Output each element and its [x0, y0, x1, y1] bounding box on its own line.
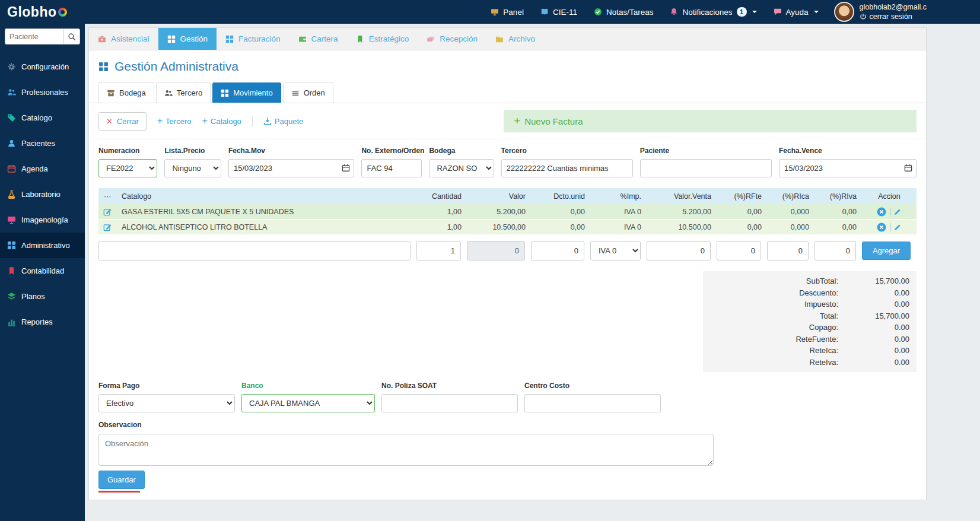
new-rfte-input[interactable] — [717, 241, 761, 260]
calendar-icon[interactable] — [342, 164, 350, 172]
lista-precio-label: Lista.Precio — [164, 147, 221, 155]
power-icon — [860, 13, 867, 20]
grid-icon — [7, 241, 16, 250]
subtabs: Bodega Tercero Movimiento Orden — [89, 80, 926, 103]
tab-facturacion[interactable]: Facturación — [217, 28, 289, 50]
pencil-square-icon — [103, 223, 112, 231]
tab-estrategico[interactable]: Estratégico — [347, 28, 418, 50]
logout-button[interactable]: cerrar sesión — [860, 12, 927, 21]
tab-gestion[interactable]: Gestión — [158, 28, 217, 50]
nav-notas-tareas[interactable]: Notas/Tareas — [594, 8, 654, 17]
cell-rica: 0,000 — [767, 208, 814, 216]
tercero-input[interactable] — [501, 159, 633, 177]
add-item-row: IVA 0 Agregar — [98, 241, 917, 260]
tab-cartera[interactable]: Cartera — [289, 28, 347, 50]
new-rica-input[interactable] — [767, 241, 809, 260]
calendar-icon[interactable] — [904, 164, 912, 172]
edit-row-icon[interactable] — [894, 208, 902, 215]
centro-costo-input[interactable] — [524, 394, 661, 412]
no-externo-input[interactable] — [361, 159, 422, 177]
nav-panel[interactable]: Panel — [491, 8, 524, 17]
sidebar-item-pacientes[interactable]: Pacientes — [0, 131, 85, 156]
delete-row-icon[interactable] — [877, 223, 886, 232]
new-riva-input[interactable] — [814, 241, 856, 260]
add-tercero-button[interactable]: + Tercero — [157, 116, 192, 126]
sidebar-item-contabilidad[interactable]: Contabilidad — [0, 258, 85, 284]
cell-accion — [862, 207, 917, 217]
add-catalogo-button[interactable]: + Catalogo — [202, 116, 241, 126]
caret-down-icon — [752, 11, 757, 13]
avatar[interactable] — [834, 2, 854, 22]
delete-row-icon[interactable] — [877, 207, 886, 217]
tab-asistencial[interactable]: Asistencial — [89, 28, 158, 50]
divider — [890, 208, 890, 215]
nuevo-factura-button[interactable]: + Nuevo Factura — [504, 110, 917, 132]
forma-pago-select[interactable]: Efectivo — [98, 394, 235, 412]
totals-row-reteica: ReteIca:0.00 — [710, 345, 909, 357]
cell-imp: IVA 0 — [590, 223, 647, 231]
plus-icon: + — [157, 116, 163, 126]
nav-ayuda[interactable]: Ayuda — [774, 8, 819, 17]
nav-notas-label: Notas/Tareas — [606, 8, 654, 17]
subtab-bodega[interactable]: Bodega — [98, 82, 154, 103]
totals-row-descuento: Descuento:0.00 — [710, 287, 909, 299]
sidebar-item-configuracion[interactable]: Configuración — [0, 54, 85, 80]
paciente-input[interactable] — [640, 159, 772, 177]
paquete-button[interactable]: Paquete — [263, 117, 303, 126]
subtab-tercero[interactable]: Tercero — [156, 82, 211, 103]
person-icon — [7, 139, 16, 148]
sidebar-item-imagenologia[interactable]: Imagenología — [0, 207, 85, 233]
row-edit-checkbox[interactable] — [98, 208, 116, 216]
lista-precio-select[interactable]: Ninguno — [164, 159, 221, 177]
subtab-movimiento[interactable]: Movimiento — [212, 82, 281, 103]
sidebar-item-catalogo[interactable]: Catalogo — [0, 105, 85, 131]
sidebar-item-administrativo[interactable]: Administrativo — [0, 233, 85, 258]
header-imp: %Imp. — [590, 192, 647, 201]
header-menu[interactable]: ··· — [98, 192, 116, 201]
user-area: globholab2@gmail.c cerrar sesión — [834, 2, 927, 22]
new-imp-select[interactable]: IVA 0 — [590, 241, 641, 260]
sidebar-item-planos[interactable]: Planos — [0, 284, 85, 309]
new-cantidad-input[interactable] — [416, 241, 461, 260]
search-button[interactable] — [63, 28, 80, 45]
new-catalogo-input[interactable] — [98, 241, 411, 260]
banco-select[interactable]: CAJA PAL BMANGA — [241, 394, 375, 412]
app-logo[interactable]: Globho — [7, 4, 67, 20]
module-tabs: Asistencial Gestión Facturación Cartera … — [89, 28, 926, 50]
totals-row-subtotal: SubTotal:15,700.00 — [710, 275, 909, 287]
poliza-soat-input[interactable] — [381, 394, 518, 412]
numeracion-select[interactable]: FE2022 — [98, 159, 157, 177]
guardar-button[interactable]: Guardar — [98, 471, 145, 489]
totals-row-reteiva: ReteIva:0.00 — [710, 357, 909, 368]
cell-dcto: 0,00 — [531, 208, 590, 216]
sidebar-item-profesionales[interactable]: Profesionales — [0, 80, 85, 105]
header-valor: Valor — [467, 192, 531, 201]
new-dcto-input[interactable] — [531, 241, 584, 260]
bodega-select[interactable]: RAZON SO — [429, 159, 494, 177]
row-edit-checkbox[interactable] — [98, 223, 116, 231]
cerrar-button[interactable]: ✕ Cerrar — [98, 112, 147, 131]
new-valor-venta-input[interactable] — [647, 241, 711, 260]
sidebar-item-agenda[interactable]: Agenda — [0, 156, 85, 182]
close-icon: ✕ — [106, 117, 113, 126]
medical-briefcase-icon — [98, 35, 106, 43]
table-header: ··· Catalogo Cantidad Valor Dcto.unid %I… — [98, 188, 917, 204]
nav-cie11[interactable]: CIE-11 — [540, 8, 577, 17]
patient-search-input[interactable] — [5, 28, 63, 45]
fecha-vence-input[interactable] — [779, 159, 917, 177]
new-valor-input — [467, 241, 525, 260]
observacion-textarea[interactable] — [98, 434, 714, 466]
cell-valor: 5.200,00 — [467, 208, 531, 216]
nav-notificaciones[interactable]: Notificaciones 1 — [670, 7, 756, 17]
tab-recepcion[interactable]: Recepción — [418, 28, 486, 50]
subtab-orden[interactable]: Orden — [283, 82, 333, 103]
tag-icon — [7, 113, 16, 122]
edit-row-icon[interactable] — [894, 223, 902, 231]
sidebar-item-laboratorio[interactable]: Laboratorio — [0, 182, 85, 207]
fecha-mov-input[interactable] — [228, 159, 354, 177]
tab-archivo[interactable]: Archivo — [486, 28, 544, 50]
agregar-button[interactable]: Agregar — [862, 242, 911, 260]
sidebar-item-reportes[interactable]: Reportes — [0, 309, 85, 335]
logout-label: cerrar sesión — [870, 12, 912, 21]
chart-icon — [7, 317, 16, 326]
